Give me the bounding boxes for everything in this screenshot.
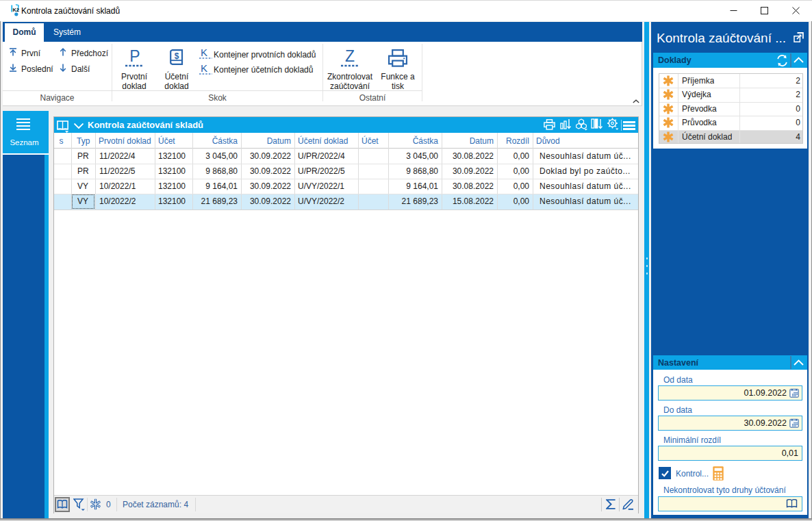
svg-text:$: $	[175, 51, 179, 61]
svg-text:K2: K2	[13, 7, 19, 13]
